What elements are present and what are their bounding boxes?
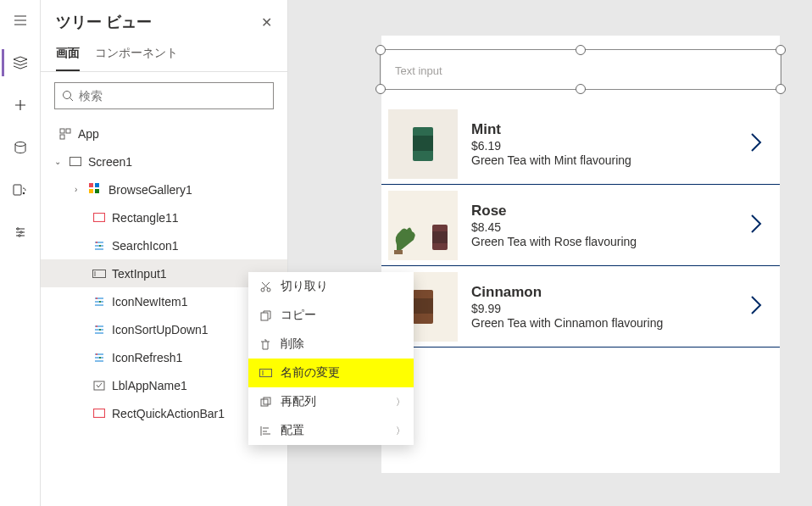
svg-rect-10	[70, 158, 81, 166]
item-desc: Green Tea with Rose flavouring	[471, 235, 736, 248]
gallery-item[interactable]: Mint $6.19 Green Tea with Mint flavourin…	[381, 103, 780, 185]
resize-handle[interactable]	[776, 84, 786, 94]
hamburger-icon[interactable]	[3, 7, 37, 34]
tab-screens[interactable]: 画面	[56, 41, 80, 71]
item-desc: Green Tea with Mint flavouring	[471, 153, 736, 167]
reorder-icon	[259, 397, 272, 408]
svg-rect-13	[89, 189, 93, 193]
item-name: Cinnamon	[471, 284, 736, 301]
svg-rect-34	[413, 136, 433, 151]
chevron-right-icon[interactable]	[749, 213, 763, 238]
close-icon[interactable]: ✕	[261, 14, 272, 31]
tree-label: IconSortUpDown1	[112, 323, 209, 336]
ctx-label: 配置	[281, 423, 304, 438]
tree-label: IconRefresh1	[112, 351, 182, 364]
resize-handle[interactable]	[576, 45, 586, 55]
chevron-right-icon: 〉	[396, 425, 405, 437]
tree-label: RectQuickActionBar1	[112, 407, 225, 420]
tab-components[interactable]: コンポーネント	[95, 41, 178, 71]
svg-point-4	[19, 231, 21, 233]
ctx-label: 切り取り	[281, 279, 328, 294]
svg-point-23	[96, 353, 97, 355]
svg-rect-12	[95, 183, 99, 187]
ctx-rename[interactable]: 名前の変更	[248, 359, 414, 387]
resize-handle[interactable]	[576, 84, 586, 94]
control-icon	[92, 240, 107, 252]
ctx-label: 再配列	[281, 394, 316, 409]
item-price: $8.45	[471, 220, 736, 234]
ctx-label: 削除	[281, 336, 304, 352]
search-icon	[62, 90, 74, 102]
resize-handle[interactable]	[375, 45, 386, 55]
chevron-right-icon[interactable]: ›	[75, 185, 83, 194]
ctx-delete[interactable]: 削除	[248, 330, 414, 359]
gallery-item[interactable]: Cinnamon $9.99 Green Tea with Cinnamon f…	[381, 266, 780, 348]
tree-node-app[interactable]: App	[41, 120, 287, 147]
rename-icon	[259, 369, 272, 377]
insert-icon[interactable]	[3, 92, 37, 119]
svg-rect-1	[14, 185, 21, 195]
gallery-icon	[88, 182, 103, 197]
screen-icon	[68, 157, 83, 166]
ctx-reorder[interactable]: 再配列 〉	[248, 387, 414, 416]
item-name: Mint	[471, 121, 736, 138]
chevron-right-icon[interactable]	[749, 131, 763, 157]
svg-rect-39	[413, 298, 433, 314]
thumbnail	[388, 109, 458, 179]
tree-node-screen[interactable]: ⌄ Screen1	[41, 147, 287, 175]
search-input[interactable]	[54, 82, 274, 109]
tree-label: TextInput1	[112, 267, 167, 281]
svg-point-21	[96, 325, 97, 327]
ctx-label: コピー	[281, 308, 316, 323]
item-price: $9.99	[471, 302, 736, 315]
selection-box[interactable]	[380, 49, 781, 90]
context-menu: 切り取り コピー 削除 名前の変更 再配列 〉 配置 〉	[248, 272, 414, 445]
media-icon[interactable]	[3, 176, 37, 203]
tree-node-rect[interactable]: Rectangle11	[41, 203, 287, 231]
tree-label: Screen1	[88, 155, 132, 169]
tree-node-gallery[interactable]: › BrowseGallery1	[41, 175, 287, 203]
svg-rect-9	[60, 135, 64, 139]
delete-icon	[259, 339, 272, 350]
label-icon	[92, 380, 107, 392]
tree-label: IconNewItem1	[112, 295, 187, 309]
ctx-label: 名前の変更	[281, 365, 340, 381]
svg-point-27	[261, 288, 264, 292]
chevron-right-icon[interactable]	[749, 294, 763, 320]
control-icon	[92, 296, 107, 308]
ctx-align[interactable]: 配置 〉	[248, 416, 414, 445]
resize-handle[interactable]	[375, 84, 386, 94]
ctx-cut[interactable]: 切り取り	[248, 272, 414, 301]
svg-rect-11	[89, 183, 93, 187]
copy-icon	[259, 310, 272, 321]
svg-rect-35	[394, 250, 403, 254]
settings-icon[interactable]	[3, 219, 37, 246]
svg-point-0	[15, 142, 25, 147]
svg-rect-8	[66, 129, 70, 133]
chevron-down-icon[interactable]: ⌄	[54, 157, 63, 166]
tree-node-searchicon[interactable]: SearchIcon1	[41, 231, 287, 259]
align-icon	[259, 425, 272, 436]
textinput-icon	[92, 270, 107, 278]
tree-label: SearchIcon1	[112, 239, 179, 253]
search-field[interactable]	[79, 89, 266, 103]
svg-rect-14	[95, 189, 99, 193]
control-icon	[92, 324, 107, 336]
svg-point-2	[22, 192, 24, 194]
nav-rail	[0, 0, 41, 506]
app-icon	[58, 128, 73, 140]
svg-point-19	[96, 297, 97, 299]
resize-handle[interactable]	[776, 45, 786, 55]
item-price: $6.19	[471, 139, 736, 153]
data-icon[interactable]	[3, 134, 37, 161]
ctx-copy[interactable]: コピー	[248, 301, 414, 330]
gallery-item[interactable]: Rose $8.45 Green Tea with Rose flavourin…	[381, 185, 780, 266]
thumbnail	[388, 191, 458, 260]
svg-point-24	[99, 357, 101, 359]
tree-view-icon[interactable]	[2, 49, 36, 76]
svg-point-16	[96, 242, 97, 243]
svg-point-6	[64, 92, 71, 99]
svg-point-22	[99, 329, 101, 331]
browse-gallery: Mint $6.19 Green Tea with Mint flavourin…	[381, 103, 780, 348]
rectangle-icon	[92, 213, 107, 222]
